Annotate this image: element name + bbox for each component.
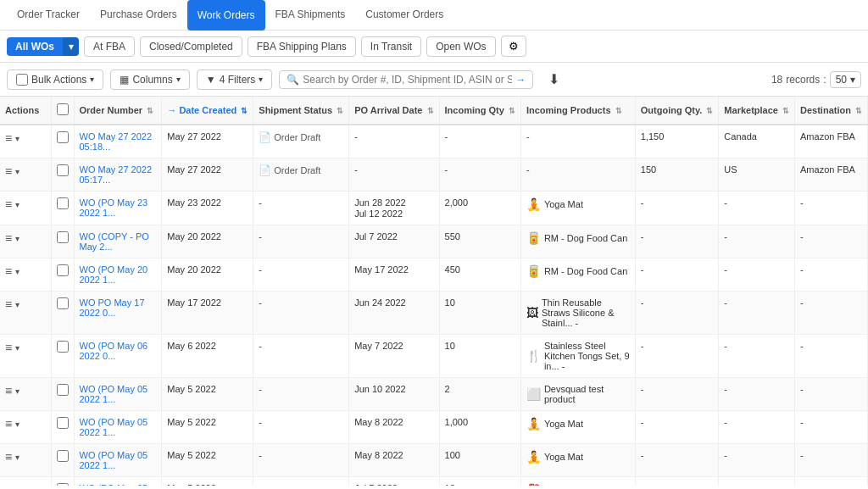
date-created-sort-icon: ⇅ (241, 107, 248, 115)
col-outgoing-qty[interactable]: Outgoing Qty. ⇅ (635, 97, 719, 125)
row-checkbox[interactable] (57, 231, 69, 243)
destination-cell: - (795, 292, 868, 335)
row-checkbox[interactable] (57, 384, 69, 396)
nav-work-orders[interactable]: Work Orders (187, 0, 265, 31)
col-po-arrival-date[interactable]: PO Arrival Date ⇅ (349, 97, 439, 125)
draft-icon: 📄 (259, 131, 271, 143)
date-created-cell: May 5 2022 (162, 477, 253, 486)
all-wo-button[interactable]: All WOs (7, 37, 63, 56)
col-date-created[interactable]: → Date Created ⇅ (162, 97, 253, 125)
col-shipment-status[interactable]: Shipment Status ⇅ (253, 97, 349, 125)
actions-cell: ≡ ▾ (0, 335, 51, 378)
destination-cell: - (795, 192, 868, 225)
incoming-qty-cell: 10 (439, 335, 520, 378)
nav-customer-orders[interactable]: Customer Orders (355, 0, 453, 31)
nav-fba-shipments[interactable]: FBA Shipments (265, 0, 356, 31)
row-menu-button[interactable]: ≡ (5, 231, 12, 245)
col-incoming-qty[interactable]: Incoming Qty ⇅ (439, 97, 520, 125)
row-checkbox[interactable] (57, 450, 69, 462)
row-menu-button[interactable]: ≡ (5, 197, 12, 211)
columns-button[interactable]: ▦ Columns ▾ (110, 69, 189, 90)
row-checkbox[interactable] (57, 297, 69, 309)
filters-button[interactable]: ▼ 4 Filters ▾ (197, 69, 273, 90)
bulk-actions-button[interactable]: Bulk Actions ▾ (7, 69, 103, 90)
row-menu-button[interactable]: ≡ (5, 483, 12, 486)
order-number-link[interactable]: WO May 27 2022 05:18... (80, 131, 153, 152)
row-dropdown-button[interactable]: ▾ (15, 386, 19, 396)
export-button[interactable]: ⬇ (540, 68, 568, 91)
row-menu-button[interactable]: ≡ (5, 417, 12, 431)
row-checkbox[interactable] (57, 131, 69, 143)
settings-gear-button[interactable]: ⚙ (501, 36, 526, 57)
col-marketplace[interactable]: Marketplace ⇅ (719, 97, 795, 125)
shipment-status-cell: - (253, 335, 349, 378)
order-number-link[interactable]: WO (PO May 20 2022 1... (80, 264, 148, 285)
order-number-link[interactable]: WO (PO May 23 2022 1... (80, 197, 148, 218)
marketplace-cell: - (719, 477, 795, 486)
order-number-link[interactable]: WO (COPY - PO May 2... (80, 231, 149, 252)
col-order-number[interactable]: Order Number ⇅ (74, 97, 162, 125)
nav-order-tracker[interactable]: Order Tracker (7, 0, 90, 31)
table-container: Actions Order Number ⇅ → Date Created ⇅ … (0, 97, 868, 486)
open-wos-filter[interactable]: Open WOs (426, 36, 495, 57)
at-fba-filter[interactable]: At FBA (84, 36, 135, 57)
col-destination[interactable]: Destination ⇅ (795, 97, 868, 125)
incoming-products-cell: 🧘Yoga Mat (520, 411, 635, 444)
row-dropdown-button[interactable]: ▾ (15, 300, 19, 309)
row-menu-button[interactable]: ≡ (5, 384, 12, 397)
in-transit-filter[interactable]: In Transit (361, 36, 421, 57)
row-menu-button[interactable]: ≡ (5, 164, 12, 178)
row-checkbox[interactable] (57, 164, 69, 176)
order-number-link[interactable]: WO (PO May 05 2022 1... (80, 417, 148, 437)
order-number-link[interactable]: WO (PO May 05 2022 1... (80, 384, 148, 404)
col-incoming-products[interactable]: Incoming Products ⇅ (520, 97, 635, 125)
order-number-link[interactable]: WO PO May 17 2022 0... (80, 297, 145, 318)
per-page-button[interactable]: 50 ▾ (830, 71, 861, 88)
col-actions: Actions (0, 97, 51, 125)
fba-shipping-plans-filter[interactable]: FBA Shipping Plans (248, 36, 356, 57)
search-input[interactable] (303, 74, 512, 86)
table-header-row: Actions Order Number ⇅ → Date Created ⇅ … (0, 97, 868, 125)
order-number-cell: WO PO May 17 2022 0... (74, 292, 162, 335)
incoming-qty-cell: 450 (439, 258, 520, 292)
order-number-link[interactable]: WO May 27 2022 05:17... (80, 164, 153, 185)
search-box[interactable]: 🔍 → (279, 70, 533, 89)
row-dropdown-button[interactable]: ▾ (15, 343, 19, 353)
row-dropdown-button[interactable]: ▾ (15, 486, 19, 486)
select-all-checkbox[interactable] (57, 103, 69, 115)
row-menu-button[interactable]: ≡ (5, 450, 12, 464)
incoming-products-cell: 🎒Backpack✨RM Gold Foil (Bridal Gloves) (520, 477, 635, 486)
incoming-products-sort-icon: ⇅ (615, 107, 622, 115)
row-checkbox-cell (51, 192, 74, 225)
per-page-value: 50 (836, 74, 847, 86)
row-menu-button[interactable]: ≡ (5, 264, 12, 278)
date-created-cell: May 6 2022 (162, 335, 253, 378)
row-checkbox[interactable] (57, 341, 69, 353)
po-arrival-date-cell: Jun 24 2022 (349, 292, 439, 335)
order-number-link[interactable]: WO (PO May 05 2022 1... (80, 483, 148, 486)
row-dropdown-button[interactable]: ▾ (15, 167, 19, 176)
nav-purchase-orders[interactable]: Purchase Orders (90, 0, 187, 31)
row-dropdown-button[interactable]: ▾ (15, 267, 19, 276)
row-checkbox[interactable] (57, 264, 69, 276)
row-checkbox[interactable] (57, 197, 69, 209)
row-checkbox[interactable] (57, 483, 69, 486)
incoming-qty-cell: 10 (439, 292, 520, 335)
outgoing-qty-cell: - (635, 411, 719, 444)
row-dropdown-button[interactable]: ▾ (15, 420, 19, 429)
row-dropdown-button[interactable]: ▾ (15, 200, 19, 209)
order-number-link[interactable]: WO (PO May 05 2022 1... (80, 450, 148, 470)
row-menu-button[interactable]: ≡ (5, 131, 12, 145)
row-checkbox[interactable] (57, 417, 69, 429)
incoming-qty-cell: 1,000 (439, 411, 520, 444)
row-menu-button[interactable]: ≡ (5, 341, 12, 354)
row-dropdown-button[interactable]: ▾ (15, 234, 19, 243)
row-menu-button[interactable]: ≡ (5, 297, 12, 311)
all-wo-dropdown-button[interactable]: ▾ (63, 37, 79, 56)
order-number-link[interactable]: WO (PO May 06 2022 0... (80, 341, 148, 361)
bulk-select-checkbox[interactable] (16, 74, 28, 86)
row-dropdown-button[interactable]: ▾ (15, 134, 19, 143)
outgoing-qty-cell: - (635, 477, 719, 486)
row-dropdown-button[interactable]: ▾ (15, 453, 19, 462)
closed-completed-filter[interactable]: Closed/Completed (140, 36, 242, 57)
